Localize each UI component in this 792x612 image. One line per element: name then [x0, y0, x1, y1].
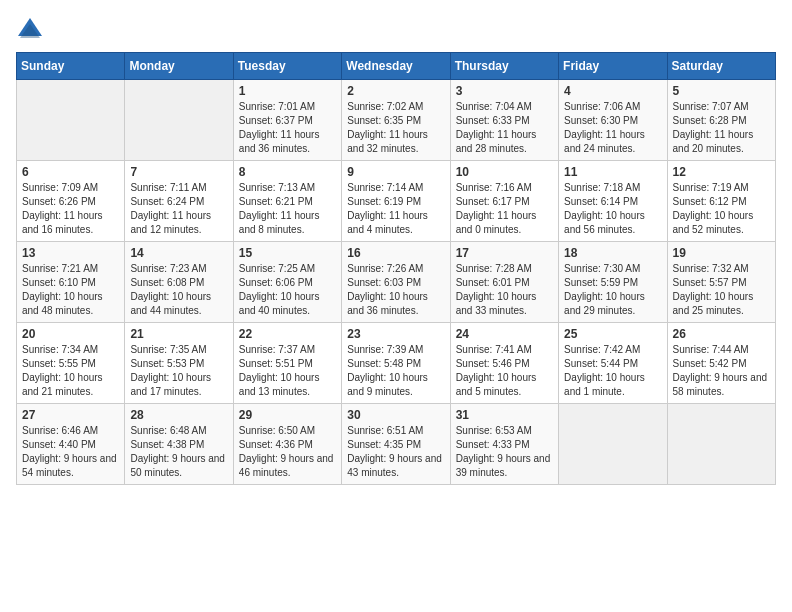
cell-text: Sunrise: 6:46 AMSunset: 4:40 PMDaylight:…	[22, 425, 117, 478]
day-number: 3	[456, 84, 553, 98]
day-number: 31	[456, 408, 553, 422]
cell-text: Sunrise: 6:50 AMSunset: 4:36 PMDaylight:…	[239, 425, 334, 478]
calendar-cell	[125, 80, 233, 161]
day-number: 28	[130, 408, 227, 422]
calendar-cell	[667, 404, 775, 485]
calendar-cell: 12Sunrise: 7:19 AMSunset: 6:12 PMDayligh…	[667, 161, 775, 242]
day-number: 14	[130, 246, 227, 260]
cell-text: Sunrise: 7:25 AMSunset: 6:06 PMDaylight:…	[239, 263, 320, 316]
day-number: 10	[456, 165, 553, 179]
day-number: 13	[22, 246, 119, 260]
calendar-cell: 21Sunrise: 7:35 AMSunset: 5:53 PMDayligh…	[125, 323, 233, 404]
day-number: 24	[456, 327, 553, 341]
calendar-cell	[559, 404, 667, 485]
calendar-cell: 24Sunrise: 7:41 AMSunset: 5:46 PMDayligh…	[450, 323, 558, 404]
calendar-cell: 23Sunrise: 7:39 AMSunset: 5:48 PMDayligh…	[342, 323, 450, 404]
calendar-cell: 19Sunrise: 7:32 AMSunset: 5:57 PMDayligh…	[667, 242, 775, 323]
cell-text: Sunrise: 7:28 AMSunset: 6:01 PMDaylight:…	[456, 263, 537, 316]
day-header-saturday: Saturday	[667, 53, 775, 80]
day-number: 25	[564, 327, 661, 341]
calendar-cell: 25Sunrise: 7:42 AMSunset: 5:44 PMDayligh…	[559, 323, 667, 404]
day-number: 22	[239, 327, 336, 341]
calendar-cell: 26Sunrise: 7:44 AMSunset: 5:42 PMDayligh…	[667, 323, 775, 404]
calendar-cell: 28Sunrise: 6:48 AMSunset: 4:38 PMDayligh…	[125, 404, 233, 485]
calendar-cell: 22Sunrise: 7:37 AMSunset: 5:51 PMDayligh…	[233, 323, 341, 404]
calendar-cell: 2Sunrise: 7:02 AMSunset: 6:35 PMDaylight…	[342, 80, 450, 161]
week-row-3: 13Sunrise: 7:21 AMSunset: 6:10 PMDayligh…	[17, 242, 776, 323]
page-header	[16, 16, 776, 44]
day-number: 29	[239, 408, 336, 422]
calendar-table: SundayMondayTuesdayWednesdayThursdayFrid…	[16, 52, 776, 485]
day-number: 16	[347, 246, 444, 260]
day-header-thursday: Thursday	[450, 53, 558, 80]
week-row-1: 1Sunrise: 7:01 AMSunset: 6:37 PMDaylight…	[17, 80, 776, 161]
cell-text: Sunrise: 7:02 AMSunset: 6:35 PMDaylight:…	[347, 101, 428, 154]
day-number: 26	[673, 327, 770, 341]
day-number: 18	[564, 246, 661, 260]
calendar-cell: 29Sunrise: 6:50 AMSunset: 4:36 PMDayligh…	[233, 404, 341, 485]
day-number: 9	[347, 165, 444, 179]
calendar-cell: 20Sunrise: 7:34 AMSunset: 5:55 PMDayligh…	[17, 323, 125, 404]
logo	[16, 16, 48, 44]
calendar-cell: 7Sunrise: 7:11 AMSunset: 6:24 PMDaylight…	[125, 161, 233, 242]
calendar-cell: 11Sunrise: 7:18 AMSunset: 6:14 PMDayligh…	[559, 161, 667, 242]
calendar-cell: 13Sunrise: 7:21 AMSunset: 6:10 PMDayligh…	[17, 242, 125, 323]
calendar-cell: 6Sunrise: 7:09 AMSunset: 6:26 PMDaylight…	[17, 161, 125, 242]
calendar-cell: 10Sunrise: 7:16 AMSunset: 6:17 PMDayligh…	[450, 161, 558, 242]
cell-text: Sunrise: 7:41 AMSunset: 5:46 PMDaylight:…	[456, 344, 537, 397]
cell-text: Sunrise: 7:13 AMSunset: 6:21 PMDaylight:…	[239, 182, 320, 235]
day-number: 2	[347, 84, 444, 98]
header-row: SundayMondayTuesdayWednesdayThursdayFrid…	[17, 53, 776, 80]
calendar-cell: 18Sunrise: 7:30 AMSunset: 5:59 PMDayligh…	[559, 242, 667, 323]
cell-text: Sunrise: 6:53 AMSunset: 4:33 PMDaylight:…	[456, 425, 551, 478]
cell-text: Sunrise: 7:32 AMSunset: 5:57 PMDaylight:…	[673, 263, 754, 316]
day-number: 17	[456, 246, 553, 260]
cell-text: Sunrise: 7:44 AMSunset: 5:42 PMDaylight:…	[673, 344, 768, 397]
cell-text: Sunrise: 7:42 AMSunset: 5:44 PMDaylight:…	[564, 344, 645, 397]
day-number: 20	[22, 327, 119, 341]
calendar-cell: 30Sunrise: 6:51 AMSunset: 4:35 PMDayligh…	[342, 404, 450, 485]
day-number: 6	[22, 165, 119, 179]
cell-text: Sunrise: 7:01 AMSunset: 6:37 PMDaylight:…	[239, 101, 320, 154]
day-number: 8	[239, 165, 336, 179]
day-number: 5	[673, 84, 770, 98]
day-number: 1	[239, 84, 336, 98]
day-number: 30	[347, 408, 444, 422]
day-number: 11	[564, 165, 661, 179]
day-header-friday: Friday	[559, 53, 667, 80]
calendar-cell: 15Sunrise: 7:25 AMSunset: 6:06 PMDayligh…	[233, 242, 341, 323]
calendar-cell: 14Sunrise: 7:23 AMSunset: 6:08 PMDayligh…	[125, 242, 233, 323]
day-number: 12	[673, 165, 770, 179]
cell-text: Sunrise: 7:34 AMSunset: 5:55 PMDaylight:…	[22, 344, 103, 397]
calendar-cell: 31Sunrise: 6:53 AMSunset: 4:33 PMDayligh…	[450, 404, 558, 485]
cell-text: Sunrise: 7:06 AMSunset: 6:30 PMDaylight:…	[564, 101, 645, 154]
cell-text: Sunrise: 7:04 AMSunset: 6:33 PMDaylight:…	[456, 101, 537, 154]
day-header-monday: Monday	[125, 53, 233, 80]
cell-text: Sunrise: 7:37 AMSunset: 5:51 PMDaylight:…	[239, 344, 320, 397]
week-row-4: 20Sunrise: 7:34 AMSunset: 5:55 PMDayligh…	[17, 323, 776, 404]
day-number: 4	[564, 84, 661, 98]
calendar-cell: 5Sunrise: 7:07 AMSunset: 6:28 PMDaylight…	[667, 80, 775, 161]
day-number: 21	[130, 327, 227, 341]
cell-text: Sunrise: 6:48 AMSunset: 4:38 PMDaylight:…	[130, 425, 225, 478]
logo-icon	[16, 16, 44, 44]
calendar-cell: 3Sunrise: 7:04 AMSunset: 6:33 PMDaylight…	[450, 80, 558, 161]
cell-text: Sunrise: 7:18 AMSunset: 6:14 PMDaylight:…	[564, 182, 645, 235]
day-number: 19	[673, 246, 770, 260]
cell-text: Sunrise: 7:21 AMSunset: 6:10 PMDaylight:…	[22, 263, 103, 316]
cell-text: Sunrise: 7:07 AMSunset: 6:28 PMDaylight:…	[673, 101, 754, 154]
cell-text: Sunrise: 7:11 AMSunset: 6:24 PMDaylight:…	[130, 182, 211, 235]
week-row-2: 6Sunrise: 7:09 AMSunset: 6:26 PMDaylight…	[17, 161, 776, 242]
day-header-tuesday: Tuesday	[233, 53, 341, 80]
cell-text: Sunrise: 7:14 AMSunset: 6:19 PMDaylight:…	[347, 182, 428, 235]
day-header-sunday: Sunday	[17, 53, 125, 80]
calendar-cell: 1Sunrise: 7:01 AMSunset: 6:37 PMDaylight…	[233, 80, 341, 161]
calendar-cell: 8Sunrise: 7:13 AMSunset: 6:21 PMDaylight…	[233, 161, 341, 242]
week-row-5: 27Sunrise: 6:46 AMSunset: 4:40 PMDayligh…	[17, 404, 776, 485]
calendar-cell: 9Sunrise: 7:14 AMSunset: 6:19 PMDaylight…	[342, 161, 450, 242]
calendar-cell	[17, 80, 125, 161]
cell-text: Sunrise: 7:30 AMSunset: 5:59 PMDaylight:…	[564, 263, 645, 316]
day-number: 27	[22, 408, 119, 422]
cell-text: Sunrise: 7:19 AMSunset: 6:12 PMDaylight:…	[673, 182, 754, 235]
cell-text: Sunrise: 7:16 AMSunset: 6:17 PMDaylight:…	[456, 182, 537, 235]
